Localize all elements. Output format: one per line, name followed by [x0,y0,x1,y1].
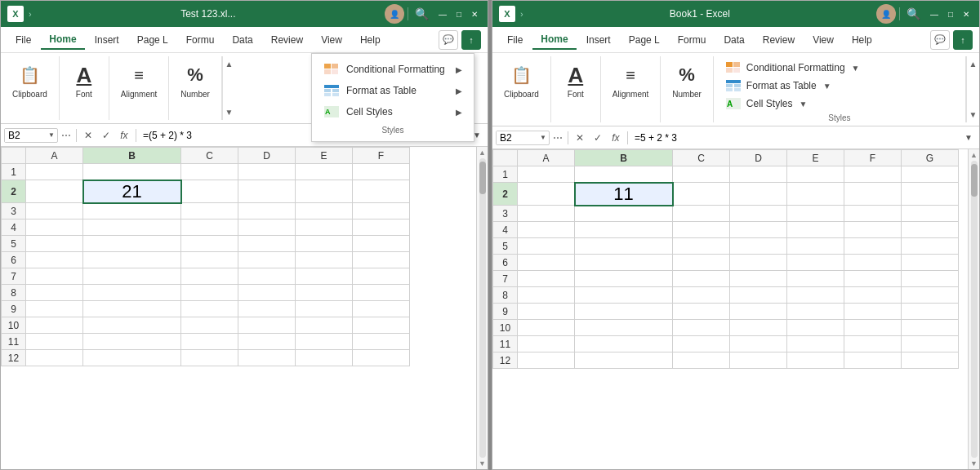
cell-9-1-grid-body-right[interactable] [518,304,575,320]
col-e-header-left[interactable]: E [296,148,353,164]
tab-pagelayout-right[interactable]: Page L [621,31,668,49]
cell-4-5-grid-body-left[interactable] [296,219,353,236]
cell-9-3-grid-body-right[interactable] [673,304,730,320]
cell-10-4-grid-body-right[interactable] [730,320,787,336]
col-b-header-left[interactable]: B [83,148,181,164]
cell-1-1-grid-body-right[interactable] [518,166,575,183]
col-c-header-right[interactable]: C [673,150,730,166]
cell-1-2-grid-body-left[interactable] [83,164,181,180]
cell-8-2-grid-body-right[interactable] [575,287,673,304]
cell-1-2-grid-body-right[interactable] [575,166,673,183]
row-header-8-grid-body-right[interactable]: 8 [493,287,518,304]
cell-7-5-grid-body-left[interactable] [296,268,353,285]
cell-4-7-grid-body-right[interactable] [902,222,959,238]
cell-7-1-grid-body-left[interactable] [26,268,83,285]
cell-3-3-grid-body-right[interactable] [673,206,730,222]
row-header-2-grid-body-right[interactable]: 2 [493,183,518,206]
cell-6-5-grid-body-right[interactable] [787,255,844,271]
cell-9-7-grid-body-right[interactable] [902,304,959,320]
cell-12-3-grid-body-left[interactable] [181,350,238,366]
minimize-btn-right[interactable]: — [927,10,942,19]
col-d-header-right[interactable]: D [730,150,787,166]
cell-4-4-grid-body-right[interactable] [730,222,787,238]
cell-4-1-grid-body-left[interactable] [26,219,83,236]
col-f-header-left[interactable]: F [353,148,410,164]
cell-12-6-grid-body-right[interactable] [844,352,902,369]
cross-btn-right[interactable]: ✕ [572,130,588,146]
cell-5-2-grid-body-right[interactable] [575,238,673,255]
cell-4-2-grid-body-left[interactable] [83,219,181,236]
font-btn-right[interactable]: A Font [558,60,594,101]
cell-4-3-grid-body-right[interactable] [673,222,730,238]
alignment-btn-right[interactable]: ≡ Alignment [608,60,653,101]
check-btn-right[interactable]: ✓ [590,130,606,146]
cell-6-6-grid-body-left[interactable] [353,252,410,268]
cell-5-3-grid-body-right[interactable] [673,238,730,255]
cell-10-7-grid-body-right[interactable] [902,320,959,336]
cell-10-2-grid-body-left[interactable] [83,317,181,334]
cell-3-5-grid-body-right[interactable] [787,206,844,222]
tab-file-left[interactable]: File [7,31,39,49]
cell-1-6-grid-body-right[interactable] [844,166,902,183]
cell-5-2-grid-body-left[interactable] [83,236,181,252]
row-header-4-grid-body-left[interactable]: 4 [2,219,26,236]
cell-3-7-grid-body-right[interactable] [902,206,959,222]
cell-1-1-grid-body-left[interactable] [26,164,83,180]
search-icon-right[interactable]: 🔍 [903,7,924,20]
cell-10-6-grid-body-left[interactable] [353,317,410,334]
cell-2-3-grid-body-left[interactable] [181,180,238,203]
ribbon-expander-right[interactable]: ▲ ▼ [966,56,979,122]
cell-3-5-grid-body-left[interactable] [296,203,353,219]
cell-12-1-grid-body-left[interactable] [26,350,83,366]
cell-12-4-grid-body-left[interactable] [238,350,296,366]
share-btn-right[interactable]: ↑ [953,30,973,50]
cell-1-5-grid-body-right[interactable] [787,166,844,183]
clipboard-btn-left[interactable]: 📋 Clipboard [7,60,52,101]
cell-11-3-grid-body-left[interactable] [181,334,238,350]
row-header-3-grid-body-left[interactable]: 3 [2,203,26,219]
cell-3-3-grid-body-left[interactable] [181,203,238,219]
tab-review-left[interactable]: Review [263,31,311,49]
row-header-5-grid-body-right[interactable]: 5 [493,238,518,255]
row-header-9-grid-body-right[interactable]: 9 [493,304,518,320]
cell-7-6-grid-body-right[interactable] [844,271,902,287]
cell-12-3-grid-body-right[interactable] [673,352,730,369]
row-header-10-grid-body-right[interactable]: 10 [493,320,518,336]
cell-11-6-grid-body-left[interactable] [353,334,410,350]
cell-11-4-grid-body-right[interactable] [730,336,787,352]
row-header-6-grid-body-left[interactable]: 6 [2,252,26,268]
cell-10-1-grid-body-right[interactable] [518,320,575,336]
cell-1-5-grid-body-left[interactable] [296,164,353,180]
cell-6-4-grid-body-right[interactable] [730,255,787,271]
tab-help-right[interactable]: Help [844,31,880,49]
row-header-10-grid-body-left[interactable]: 10 [2,317,26,334]
scroll-down-left[interactable]: ▼ [479,459,486,468]
row-header-5-grid-body-left[interactable]: 5 [2,236,26,252]
cell-4-1-grid-body-right[interactable] [518,222,575,238]
cell-4-6-grid-body-right[interactable] [844,222,902,238]
tab-data-left[interactable]: Data [224,31,261,49]
cell-7-6-grid-body-left[interactable] [353,268,410,285]
cell-8-3-grid-body-right[interactable] [673,287,730,304]
cross-btn-left[interactable]: ✕ [80,127,96,144]
cell-2-6-grid-body-left[interactable] [353,180,410,203]
cell-11-7-grid-body-right[interactable] [902,336,959,352]
cell-3-2-grid-body-right[interactable] [575,206,673,222]
tab-review-right[interactable]: Review [755,31,803,49]
cell-styles-right[interactable]: A Cell Styles ▼ [722,95,957,112]
cell-6-7-grid-body-right[interactable] [902,255,959,271]
grid-scroll-right[interactable]: A B C D E F G 12113456789101112 [492,149,968,469]
comment-btn-right[interactable]: 💬 [930,30,950,50]
tab-data-right[interactable]: Data [715,31,752,49]
cell-7-1-grid-body-right[interactable] [518,271,575,287]
cell-8-4-grid-body-left[interactable] [238,285,296,301]
cell-9-4-grid-body-left[interactable] [238,301,296,317]
scroll-thumb-left[interactable] [479,162,486,194]
maximize-btn-right[interactable]: □ [945,10,956,19]
cell-3-4-grid-body-right[interactable] [730,206,787,222]
cell-11-2-grid-body-right[interactable] [575,336,673,352]
cell-5-6-grid-body-right[interactable] [844,238,902,255]
row-header-1-grid-body-right[interactable]: 1 [493,166,518,183]
expand-up-left[interactable]: ▲ [225,60,233,69]
cell-5-4-grid-body-right[interactable] [730,238,787,255]
